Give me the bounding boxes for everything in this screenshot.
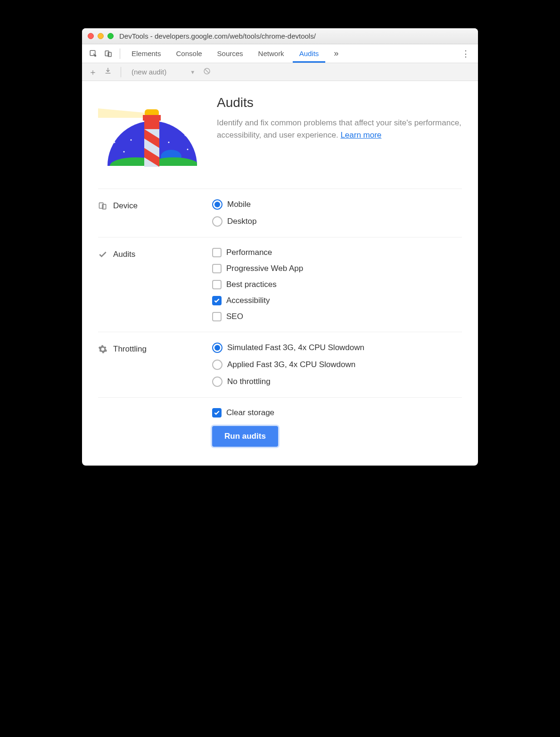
tab-network[interactable]: Network: [252, 44, 291, 63]
audits-label: Audits: [98, 248, 202, 259]
check-icon: [98, 250, 107, 259]
add-icon[interactable]: ＋: [88, 66, 98, 78]
checkbox-icon: [212, 408, 222, 418]
radio-icon: [212, 377, 222, 387]
chevron-down-icon: ▼: [190, 69, 195, 75]
throttling-row: Throttling Simulated Fast 3G, 4x CPU Slo…: [98, 343, 462, 387]
divider: [98, 188, 462, 189]
checkbox-icon: [212, 312, 222, 321]
checkbox-icon: [212, 248, 222, 257]
section-label: Audits: [113, 250, 135, 259]
panel-heading: Audits: [217, 95, 462, 110]
checkbox-best-practices[interactable]: Best practices: [212, 280, 462, 289]
minimize-window-icon[interactable]: [98, 33, 104, 39]
separator: [121, 67, 121, 77]
audits-panel: Audits Identify and fix common problems …: [82, 81, 478, 466]
radio-icon: [212, 199, 222, 210]
checkbox-pwa[interactable]: Progressive Web App: [212, 264, 462, 273]
svg-point-10: [187, 149, 189, 150]
checkbox-icon: [212, 264, 222, 273]
tab-audits[interactable]: Audits: [293, 44, 326, 63]
clear-storage-row: Clear storage: [98, 408, 462, 418]
tab-label: Network: [258, 49, 284, 57]
option-label: Accessibility: [226, 296, 270, 305]
tab-strip: Elements Console Sources Network Audits …: [82, 44, 478, 63]
svg-point-7: [173, 123, 174, 124]
divider: [98, 332, 462, 332]
tab-label: Sources: [217, 49, 243, 57]
devices-icon: [98, 201, 107, 211]
panel-description: Identify and fix common problems that af…: [217, 117, 462, 141]
run-audits-button[interactable]: Run audits: [212, 426, 278, 447]
radio-icon: [212, 360, 222, 370]
svg-marker-21: [144, 120, 159, 129]
audits-row: Audits Performance Progressive Web App B…: [98, 248, 462, 321]
section-label: Throttling: [113, 344, 147, 354]
empty-label: [98, 408, 202, 410]
divider: [98, 237, 462, 237]
option-label: Simulated Fast 3G, 4x CPU Slowdown: [227, 343, 364, 352]
checkbox-clear-storage[interactable]: Clear storage: [212, 408, 462, 418]
option-label: Performance: [226, 248, 272, 257]
dropdown-label: (new audit): [132, 68, 166, 76]
divider: [98, 397, 462, 398]
intro-text: Audits Identify and fix common problems …: [217, 95, 462, 141]
svg-point-12: [168, 142, 170, 143]
svg-marker-17: [98, 108, 149, 118]
radio-icon: [212, 216, 222, 227]
tabs-overflow-icon[interactable]: »: [327, 44, 345, 63]
radio-no-throttling[interactable]: No throttling: [212, 377, 462, 387]
audit-dropdown[interactable]: (new audit) ▼: [129, 68, 198, 76]
option-label: Applied Fast 3G, 4x CPU Slowdown: [227, 360, 355, 369]
run-row: Run audits: [98, 418, 462, 447]
separator: [120, 49, 120, 59]
close-window-icon[interactable]: [88, 33, 94, 39]
svg-point-11: [114, 142, 115, 143]
tab-label: Elements: [132, 49, 161, 57]
lighthouse-illustration-icon: [98, 95, 206, 175]
menu-icon[interactable]: ⋮: [458, 49, 473, 59]
option-label: Mobile: [227, 200, 251, 209]
window-title: DevTools - developers.google.com/web/too…: [119, 32, 316, 40]
radio-icon: [212, 343, 222, 353]
titlebar: DevTools - developers.google.com/web/too…: [82, 28, 478, 44]
intro-section: Audits Identify and fix common problems …: [98, 95, 462, 175]
audits-options: Performance Progressive Web App Best pra…: [212, 248, 462, 321]
tab-elements[interactable]: Elements: [125, 44, 168, 63]
section-label: Device: [113, 201, 138, 211]
radio-simulated-3g[interactable]: Simulated Fast 3G, 4x CPU Slowdown: [212, 343, 462, 353]
option-label: Clear storage: [226, 408, 274, 418]
clear-storage-option: Clear storage: [212, 408, 462, 418]
tab-label: Audits: [299, 49, 319, 57]
option-label: Progressive Web App: [226, 264, 303, 273]
device-label: Device: [98, 199, 202, 211]
device-toggle-icon[interactable]: [102, 47, 115, 60]
device-options: Mobile Desktop: [212, 199, 462, 227]
checkbox-accessibility[interactable]: Accessibility: [212, 296, 462, 305]
checkbox-performance[interactable]: Performance: [212, 248, 462, 257]
checkbox-seo[interactable]: SEO: [212, 312, 462, 321]
svg-point-5: [119, 128, 120, 129]
audits-subbar: ＋ (new audit) ▼: [82, 63, 478, 81]
throttling-options: Simulated Fast 3G, 4x CPU Slowdown Appli…: [212, 343, 462, 387]
option-label: SEO: [226, 312, 243, 321]
clear-icon[interactable]: [203, 67, 211, 77]
tab-label: Console: [176, 49, 202, 57]
checkbox-icon: [212, 296, 222, 305]
radio-applied-3g[interactable]: Applied Fast 3G, 4x CPU Slowdown: [212, 360, 462, 370]
window-controls: [88, 33, 114, 39]
download-icon[interactable]: [103, 67, 113, 77]
tab-sources[interactable]: Sources: [211, 44, 250, 63]
devtools-window: DevTools - developers.google.com/web/too…: [82, 28, 478, 466]
zoom-window-icon[interactable]: [107, 33, 114, 39]
option-label: Desktop: [227, 217, 256, 226]
radio-mobile[interactable]: Mobile: [212, 199, 462, 210]
option-label: Best practices: [226, 280, 277, 289]
radio-desktop[interactable]: Desktop: [212, 216, 462, 227]
tab-console[interactable]: Console: [170, 44, 209, 63]
option-label: No throttling: [227, 377, 271, 386]
description-text: Identify and fix common problems that af…: [217, 118, 461, 139]
svg-point-8: [185, 135, 186, 136]
inspect-icon[interactable]: [87, 47, 100, 60]
learn-more-link[interactable]: Learn more: [340, 131, 381, 139]
